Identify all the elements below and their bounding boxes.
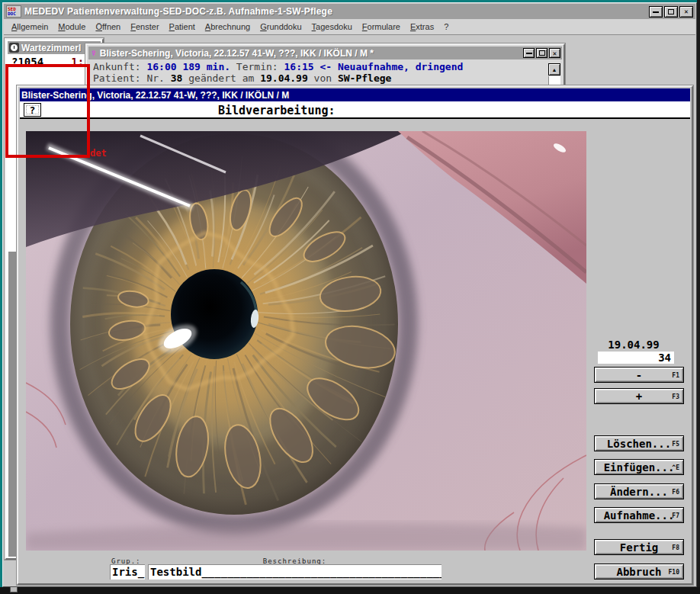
description-field[interactable]: Testbild________________________________… — [148, 564, 442, 580]
close-button[interactable]: ✕ — [679, 6, 693, 18]
page-title: Bildverarbeitung: — [218, 104, 336, 117]
menu-item-grunddoku[interactable]: Grunddoku — [260, 22, 301, 31]
iris-photo — [26, 131, 586, 551]
app-window-controls: ✕ — [649, 6, 693, 18]
patient-titlebar[interactable]: ♀ Blister-Schering, Victoria, 22.12.57 4… — [88, 47, 562, 59]
menu-item-allgemein[interactable]: Allgemein — [11, 22, 48, 31]
patient-info-line1: Ankunft: 16:00 189 min. Termin: 16:15 <-… — [93, 62, 545, 72]
patient-window-controls: ✕ — [523, 48, 560, 58]
menu-item-formulare[interactable]: Formulare — [362, 22, 400, 31]
einfuegen-button[interactable]: Einfügen... ^E — [594, 459, 684, 475]
mdi-area: Wartezimmerl ?1054 1:35 ♀ Blister-Scheri… — [4, 35, 695, 586]
clock-icon — [9, 43, 19, 53]
fertig-button[interactable]: Fertig F8 — [594, 539, 684, 555]
menu-item-module[interactable]: Module — [58, 22, 85, 31]
screen-edge-right — [697, 0, 700, 594]
image-counter-field[interactable]: 34 — [598, 352, 674, 364]
minus-button[interactable]: - F1 — [594, 367, 684, 383]
resize-notch — [10, 586, 18, 592]
image-processing-window: Blister-Schering, Victoria, 22.12.57 41-… — [17, 85, 693, 585]
wartezimmer-title: Wartezimmerl — [21, 43, 81, 53]
screen-edge-bottom — [0, 587, 700, 594]
maximize-button[interactable] — [664, 6, 678, 18]
aendern-button[interactable]: Ändern... F6 — [594, 483, 684, 499]
patient-window: ♀ Blister-Schering, Victoria, 22.12.57 4… — [85, 43, 565, 87]
minimize-button[interactable] — [649, 6, 663, 18]
menu-item-patient[interactable]: Patient — [169, 22, 195, 31]
app-window: SED DOC MEDEDV Patientenverwaltung-SED-D… — [2, 2, 697, 587]
annotation-rectangle — [5, 64, 90, 158]
app-logo-icon: SED DOC — [6, 5, 21, 18]
patient-maximize-button[interactable] — [536, 48, 547, 58]
menu-item-tagesdoku[interactable]: Tagesdoku — [312, 22, 352, 31]
female-icon: ♀ — [90, 48, 98, 58]
menu-item-help[interactable]: ? — [444, 22, 448, 31]
image-window-titlebar[interactable]: Blister-Schering, Victoria, 22.12.57 41-… — [20, 88, 690, 101]
loeschen-button[interactable]: Löschen... F5 — [594, 435, 684, 451]
aufnahme-button[interactable]: Aufnahme... F7 — [594, 507, 684, 523]
menu-item-ffnen[interactable]: Öffnen — [95, 22, 120, 31]
image-window-header: ? Bildverarbeitung: — [20, 101, 690, 119]
abbruch-button[interactable]: Abbruch F10 — [594, 563, 684, 580]
menu-bar: AllgemeinModuleÖffnenFensterPatientAbrec… — [4, 19, 695, 35]
patient-title: Blister-Schering, Victoria, 22.12.57 41-… — [100, 48, 521, 59]
menu-item-fenster[interactable]: Fenster — [130, 22, 159, 31]
scroll-up-button[interactable]: ▲ — [548, 63, 560, 75]
patient-info-line2: Patient: Nr. 38 geändert am 19.04.99 von… — [93, 73, 545, 84]
image-date: 19.04.99 — [596, 339, 672, 351]
group-field[interactable]: Iris_ — [110, 564, 145, 580]
plus-button[interactable]: + F3 — [594, 388, 684, 404]
patient-close-button[interactable]: ✕ — [549, 48, 560, 58]
annotation-text-fragment: det — [90, 148, 107, 159]
patient-minimize-button[interactable] — [523, 48, 535, 58]
menu-item-extras[interactable]: Extras — [410, 22, 434, 31]
app-titlebar[interactable]: SED DOC MEDEDV Patientenverwaltung-SED-D… — [4, 4, 695, 19]
menu-item-abrechnung[interactable]: Abrechnung — [205, 22, 250, 31]
iris-image — [26, 131, 586, 551]
app-title: MEDEDV Patientenverwaltung-SED-DOC-z.B. … — [24, 6, 646, 17]
